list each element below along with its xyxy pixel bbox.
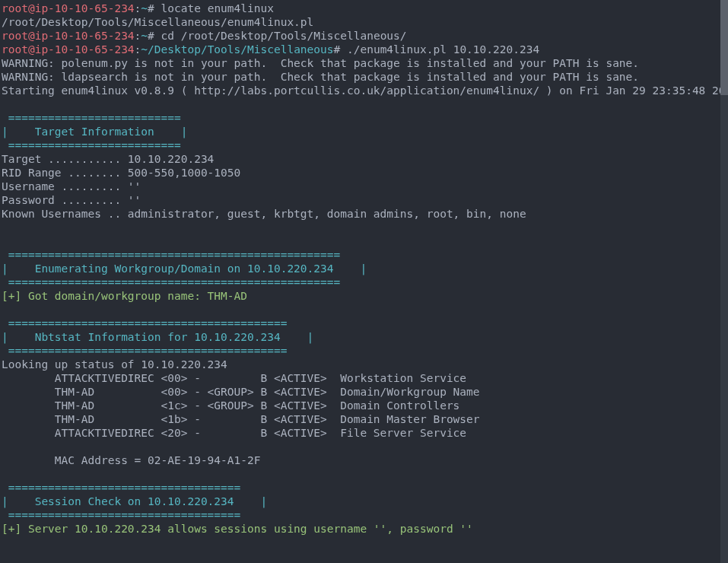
section-border: =================================== [2, 509, 247, 521]
nbt-lookup-line: Looking up status of 10.10.220.234 [2, 358, 227, 371]
section-title-session-check: | Session Check on 10.10.220.234 | [2, 495, 267, 507]
start-line: Starting enum4linux v0.8.9 ( http://labs… [2, 84, 720, 97]
prompt-user-host: root@ip-10-10-65-234 [2, 43, 135, 56]
section-border: ========================== [2, 139, 187, 151]
nbt-row: THM-AD <1c> - <GROUP> B <ACTIVE> Domain … [2, 399, 459, 412]
session-allowed-line: Server 10.10.220.234 allows sessions usi… [28, 523, 473, 535]
nbt-row: ATTACKTIVEDIREC <20> - B <ACTIVE> File S… [2, 427, 466, 439]
command-locate: locate enum4linux [161, 2, 274, 14]
section-border: ========================================… [2, 276, 347, 288]
section-title-target-info: | Target Information | [2, 126, 187, 138]
prompt-path-long: ~/Desktop/Tools/Miscellaneous [141, 43, 333, 56]
command-enum4linux: ./enum4linux.pl 10.10.220.234 [347, 43, 539, 56]
prompt-user-host: root@ip-10-10-65-234 [2, 2, 135, 14]
target-line: Target ........... 10.10.220.234 [2, 153, 214, 165]
terminal-output[interactable]: root@ip-10-10-65-234:~# locate enum4linu… [0, 0, 720, 563]
locate-output: /root/Desktop/Tools/Miscellaneous/enum4l… [2, 16, 313, 28]
section-border: ========================================… [2, 249, 347, 261]
password-line: Password ......... '' [2, 194, 141, 206]
prompt-hash: # [334, 43, 347, 56]
prompt-hash: # [148, 30, 161, 42]
section-border: ========================== [2, 112, 187, 124]
scrollbar-thumb[interactable] [720, 0, 728, 95]
success-marker: [+] [2, 290, 28, 302]
warning-line: WARNING: ldapsearch is not in your path.… [2, 71, 639, 83]
nbt-row: ATTACKTIVEDIREC <00> - B <ACTIVE> Workst… [2, 372, 466, 384]
scrollbar-track[interactable] [720, 0, 728, 563]
section-title-enum-domain: | Enumerating Workgroup/Domain on 10.10.… [2, 262, 367, 275]
username-line: Username ......... '' [2, 180, 141, 192]
prompt-path: ~ [141, 2, 148, 14]
section-border: =================================== [2, 482, 247, 494]
section-border: ========================================… [2, 345, 294, 357]
warning-line: WARNING: polenum.py is not in your path.… [2, 57, 639, 69]
mac-address-line: MAC Address = 02-AE-19-94-A1-2F [2, 454, 260, 466]
nbt-row: THM-AD <00> - <GROUP> B <ACTIVE> Domain/… [2, 386, 480, 398]
success-marker: [+] [2, 523, 28, 535]
prompt-user-host: root@ip-10-10-65-234 [2, 30, 135, 42]
section-title-nbtstat: | Nbtstat Information for 10.10.220.234 … [2, 331, 313, 343]
prompt-path: ~ [141, 30, 148, 42]
nbt-row: THM-AD <1b> - B <ACTIVE> Domain Master B… [2, 413, 480, 425]
known-usernames-line: Known Usernames .. administrator, guest,… [2, 208, 526, 220]
prompt-hash: # [148, 2, 161, 14]
section-border: ========================================… [2, 317, 294, 329]
domain-found-line: Got domain/workgroup name: THM-AD [28, 290, 247, 302]
command-cd: cd /root/Desktop/Tools/Miscellaneous/ [161, 30, 407, 42]
rid-range-line: RID Range ........ 500-550,1000-1050 [2, 167, 240, 179]
